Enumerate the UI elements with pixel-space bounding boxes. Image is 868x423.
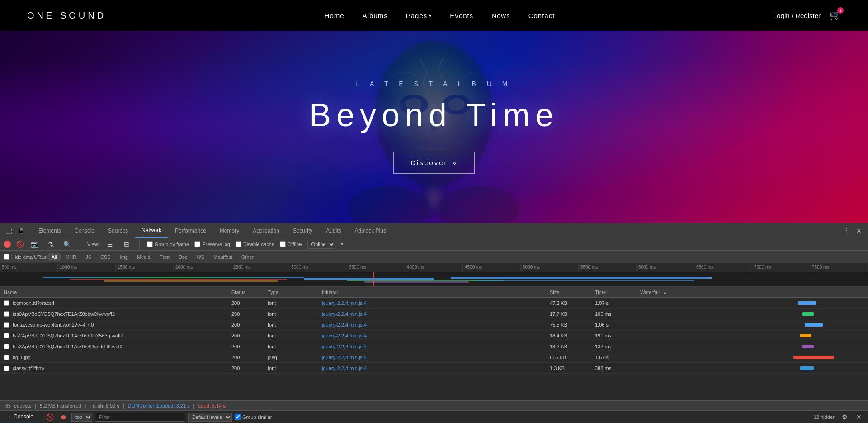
group-similar-label[interactable]: Group similar (235, 414, 272, 420)
doc-filter-pill[interactable]: Doc (175, 253, 192, 261)
tab-application[interactable]: Application (246, 223, 286, 238)
filter-button[interactable]: ⚗ (45, 239, 56, 250)
more-options-button[interactable]: ⋮ (841, 225, 852, 236)
other-filter-pill[interactable]: Other (237, 253, 258, 261)
discover-button[interactable]: Discover » (393, 152, 475, 174)
ws-filter-pill[interactable]: WS (192, 253, 208, 261)
hero-title: Beyond Time (309, 96, 559, 133)
row-checkbox[interactable] (4, 311, 9, 317)
requests-count: 65 requests (5, 403, 31, 409)
console-tab[interactable]: ⋮ Console (4, 411, 37, 423)
nav-contact[interactable]: Contact (528, 12, 555, 19)
network-toolbar: 🚫 📷 ⚗ 🔍 View: ☰ ⊟ Group by frame Preserv… (0, 238, 868, 251)
view-grid-btn[interactable]: ⊟ (121, 239, 132, 250)
table-row[interactable]: tss0ApVBdCYD5Q7hcxTE1ArZ0bbwiXw.woff2 20… (0, 309, 868, 319)
nav-home[interactable]: Home (325, 12, 344, 19)
th-type[interactable]: Type (266, 290, 320, 295)
table-row[interactable]: fontawesome-webfont.woff2?v=4.7.0 200 fo… (0, 319, 868, 330)
group-frame-checkbox[interactable] (147, 241, 153, 247)
hide-data-urls-checkbox[interactable] (4, 254, 9, 260)
timeline-area: 500 ms1000 ms1500 ms2000 ms2500 ms3000 m… (0, 263, 868, 287)
row-time: 1.07 s (593, 300, 638, 306)
table-row[interactable]: bg-1.jpg 200 jpeg jquery-2.2.4.min.js:4 … (0, 352, 868, 363)
table-row[interactable]: classy.ttf?fftrrv 200 font jquery-2.2.4.… (0, 363, 868, 374)
console-context-select[interactable]: top (71, 413, 92, 422)
font-filter-pill[interactable]: Font (156, 253, 174, 261)
css-filter-pill[interactable]: CSS (96, 253, 115, 261)
timeline-mark: 500 ms (0, 263, 58, 272)
view-list-btn[interactable]: ☰ (105, 239, 116, 250)
tab-network[interactable]: Network (135, 223, 168, 238)
xhr-filter-pill[interactable]: XHR (62, 253, 80, 261)
img-filter-pill[interactable]: Img (116, 253, 132, 261)
close-console-button[interactable]: ✕ (854, 412, 864, 423)
hide-data-urls-label[interactable]: Hide data URLs (4, 254, 47, 260)
timeline-mark: 5000 ms (521, 263, 579, 272)
th-size[interactable]: Size (548, 290, 593, 295)
group-frame-label[interactable]: Group by frame (147, 241, 189, 247)
clear-button[interactable]: 🚫 (16, 241, 24, 248)
disable-cache-label[interactable]: Disable cache (236, 241, 274, 247)
nav-news[interactable]: News (491, 12, 510, 19)
tab-console[interactable]: Console (68, 223, 101, 238)
cart-button[interactable]: 🛒 1 (830, 10, 841, 21)
tab-memory[interactable]: Memory (213, 223, 245, 238)
manifest-filter-pill[interactable]: Manifest (209, 253, 236, 261)
table-row[interactable]: tss2ApVBdCYD5Q7hcxTE1ArZ0bb1uX563g.woff2… (0, 330, 868, 341)
tab-elements[interactable]: Elements (32, 223, 67, 238)
chevron-down-icon: ▾ (429, 13, 432, 18)
media-filter-pill[interactable]: Media (133, 253, 155, 261)
record-button[interactable] (4, 241, 11, 248)
table-header: Name Status Type Initiator Size Time Wat… (0, 287, 868, 298)
console-settings-button[interactable]: ⚙ (839, 412, 850, 423)
th-waterfall[interactable]: Waterfall ▲ (638, 290, 866, 295)
offline-checkbox[interactable] (280, 241, 286, 247)
th-status[interactable]: Status (230, 290, 266, 295)
login-register-link[interactable]: Login / Register (773, 12, 821, 19)
nav-albums[interactable]: Albums (363, 12, 388, 19)
row-checkbox[interactable] (4, 322, 9, 328)
table-row[interactable]: tss3ApVBdCYD5Q7hcxTE1ArZ0b4DqmId-9l.woff… (0, 341, 868, 352)
device-toolbar-button[interactable]: 📱 (15, 225, 26, 236)
tab-adblock[interactable]: Adblock Plus (349, 223, 392, 238)
all-filter-pill[interactable]: All (47, 253, 61, 261)
site-nav: Home Albums Pages ▾ Events News Contact (325, 12, 555, 19)
console-filter-input[interactable] (95, 413, 185, 422)
offline-label[interactable]: Offline (280, 241, 302, 247)
console-clear-button[interactable]: 🚫 (44, 412, 55, 423)
console-record-button[interactable]: ⏺ (58, 412, 69, 423)
row-initiator: jquery-2.2.4.min.js:4 (320, 333, 548, 338)
online-select[interactable]: Online (307, 240, 335, 249)
th-time[interactable]: Time (593, 290, 638, 295)
row-checkbox[interactable] (4, 333, 9, 338)
search-button[interactable]: 🔍 (61, 239, 72, 250)
row-checkbox[interactable] (4, 344, 9, 349)
console-level-select[interactable]: Default levels (188, 413, 232, 422)
tab-security[interactable]: Security (287, 223, 319, 238)
nav-pages[interactable]: Pages ▾ (406, 12, 432, 19)
disable-cache-checkbox[interactable] (236, 241, 241, 247)
group-similar-checkbox[interactable] (235, 414, 241, 420)
tab-audits[interactable]: Audits (320, 223, 347, 238)
nav-events[interactable]: Events (450, 12, 473, 19)
row-time: 132 ms (593, 344, 638, 349)
th-name[interactable]: Name (2, 290, 230, 295)
tab-performance[interactable]: Performance (169, 223, 212, 238)
close-devtools-button[interactable]: ✕ (854, 225, 864, 236)
capture-screenshot-button[interactable]: 📷 (29, 239, 40, 250)
row-checkbox[interactable] (4, 355, 9, 360)
console-tab-dots: ⋮ (7, 414, 12, 419)
table-row[interactable]: icomoon.ttf?xracs4 200 font jquery-2.2.4… (0, 298, 868, 309)
row-name: fontawesome-webfont.woff2?v=4.7.0 (2, 322, 230, 328)
preserve-log-label[interactable]: Preserve log (194, 241, 230, 247)
preserve-log-checkbox[interactable] (194, 241, 200, 247)
row-time: 106 ms (593, 311, 638, 317)
row-type: jpeg (266, 355, 320, 360)
inspect-element-button[interactable]: ⬚ (4, 225, 14, 236)
th-initiator[interactable]: Initiator (320, 290, 548, 295)
hero-section: L A T E S T A L B U M Beyond Time Discov… (0, 31, 868, 223)
js-filter-pill[interactable]: JS (81, 253, 95, 261)
tab-sources[interactable]: Sources (102, 223, 134, 238)
row-checkbox[interactable] (4, 366, 9, 371)
row-checkbox[interactable] (4, 300, 9, 306)
